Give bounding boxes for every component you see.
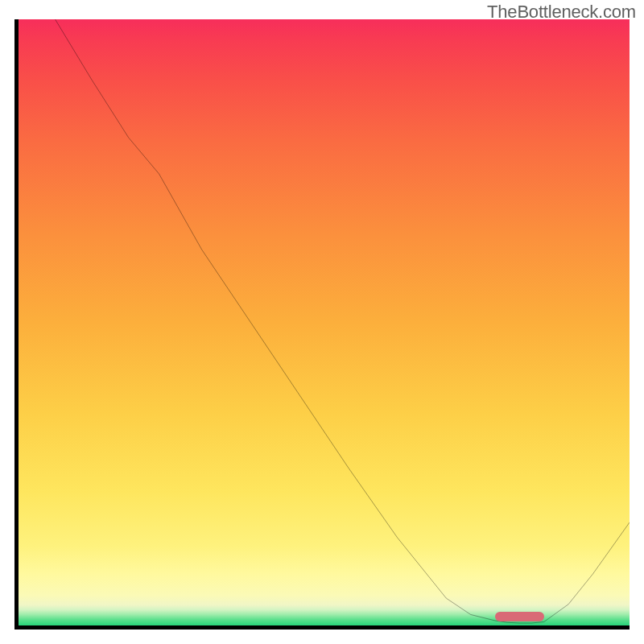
- optimal-range-marker: [495, 612, 544, 621]
- bottleneck-curve: [19, 19, 630, 623]
- watermark-text: TheBottleneck.com: [487, 2, 636, 23]
- plot-area: [19, 19, 630, 625]
- curve-svg: [19, 19, 630, 625]
- chart-container: TheBottleneck.com: [0, 0, 644, 644]
